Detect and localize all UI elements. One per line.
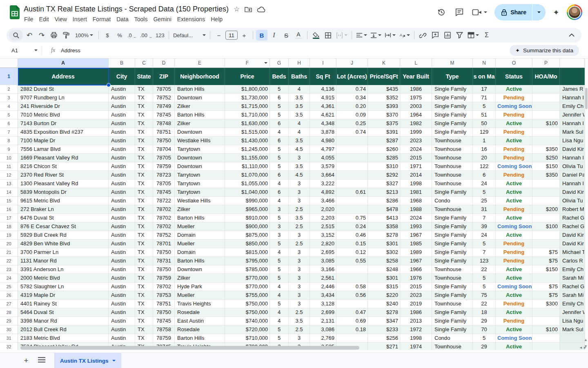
cell[interactable]: Austin (109, 180, 135, 188)
header-cell-year-built[interactable]: Year Built (400, 68, 432, 85)
header-cell-type[interactable]: Type (432, 68, 473, 85)
more-formats-button[interactable]: 123 (154, 30, 166, 40)
cell[interactable]: 5 (270, 214, 289, 222)
cell[interactable]: 1993 (400, 222, 432, 231)
cell[interactable]: Downtown (175, 162, 225, 171)
cell[interactable] (532, 180, 560, 188)
cell[interactable]: 2370 Red River St (18, 171, 109, 180)
cell[interactable]: 5 (473, 102, 496, 111)
cell[interactable]: Rachel G (560, 222, 585, 231)
header-cell-beds[interactable]: Beds (270, 68, 289, 85)
cell[interactable]: TX (135, 257, 153, 265)
cell[interactable]: 78759 (153, 162, 175, 171)
cell[interactable]: $1,710,000 (225, 111, 270, 119)
cell[interactable]: $965,000 (225, 205, 270, 214)
font-size-input[interactable]: 11 (225, 31, 238, 40)
cell[interactable]: 78753 (153, 291, 175, 300)
text-color-button[interactable]: A (293, 30, 304, 40)
cell[interactable]: Active (496, 291, 532, 300)
cell[interactable]: Single Family (432, 257, 473, 265)
cell[interactable]: Austin (109, 325, 135, 334)
cell[interactable]: 2023 (400, 291, 432, 300)
cell[interactable]: 1131 Manor Rd (18, 257, 109, 265)
cell[interactable]: 2015 (400, 154, 432, 162)
cell[interactable]: $271 (368, 343, 400, 350)
cell[interactable]: 4 (289, 119, 310, 128)
cell[interactable]: 22 (473, 300, 496, 308)
cell[interactable]: 3.5 (289, 137, 310, 145)
cell[interactable]: 39 (473, 222, 496, 231)
cell[interactable]: $301 (368, 240, 400, 248)
summarize-data-button[interactable]: ✦ Summarize this data (510, 45, 579, 56)
cell[interactable]: 50 (473, 119, 496, 128)
cell[interactable]: 2013 (400, 317, 432, 325)
cell[interactable]: TX (135, 171, 153, 180)
cell[interactable]: Austin (109, 214, 135, 222)
cell[interactable]: Pending (496, 154, 532, 162)
cell[interactable] (336, 137, 368, 145)
cell[interactable]: TX (135, 214, 153, 222)
cell[interactable] (336, 180, 368, 188)
cell[interactable]: 2,515 (310, 222, 336, 231)
cell[interactable]: Austin (109, 154, 135, 162)
cell[interactable]: Single Family (432, 85, 473, 94)
vertical-align-button[interactable] (369, 30, 383, 40)
gemini-sparkle-icon[interactable]: ✦ (553, 8, 559, 17)
column-header-C[interactable]: C (135, 58, 153, 68)
add-sheet-button[interactable]: + (21, 356, 31, 366)
cell[interactable]: 4 (270, 283, 289, 291)
row-header-7[interactable]: 7 (0, 128, 18, 137)
cell[interactable] (532, 231, 560, 240)
cell[interactable]: 2,695 (310, 248, 336, 257)
column-header-B[interactable]: B (109, 58, 135, 68)
cell[interactable]: 78702 (153, 205, 175, 214)
insert-link-button[interactable] (417, 30, 429, 40)
cell[interactable] (532, 111, 560, 119)
column-header-F[interactable]: F (225, 58, 270, 68)
cell[interactable]: $750,000 (225, 308, 270, 317)
cell[interactable]: 2014 (400, 171, 432, 180)
cell[interactable]: 1967 (400, 257, 432, 265)
row-header-18[interactable]: 18 (0, 222, 18, 231)
cell[interactable]: 3 (270, 222, 289, 231)
column-header-O[interactable]: O (496, 58, 532, 68)
header-cell-zip[interactable]: ZIP (153, 68, 175, 85)
borders-button[interactable] (323, 30, 334, 40)
cell[interactable]: 1964 (400, 111, 432, 119)
share-button[interactable]: Share (494, 4, 546, 20)
cell[interactable]: $350 (532, 171, 560, 180)
scroll-right-arrow[interactable]: ► (583, 346, 587, 350)
cell[interactable]: 2024 (400, 214, 432, 222)
cell[interactable]: 3 (289, 257, 310, 265)
cell[interactable] (336, 197, 368, 205)
cell[interactable]: 1998 (400, 334, 432, 343)
menu-tools[interactable]: Tools (131, 15, 151, 24)
cell[interactable]: Austin (109, 145, 135, 154)
formula-input[interactable]: Address (61, 47, 80, 54)
cell[interactable]: Downtown (175, 128, 225, 137)
cell[interactable]: 3,222 (310, 180, 336, 188)
cell[interactable]: 78750 (153, 265, 175, 274)
cell[interactable]: Austin (109, 257, 135, 265)
cell[interactable]: 16 (473, 145, 496, 154)
cell[interactable]: 1988 (400, 205, 432, 214)
cell[interactable]: 1 (473, 137, 496, 145)
cell[interactable]: $213 (368, 188, 400, 197)
cell[interactable]: $1,715,000 (225, 102, 270, 111)
cell[interactable]: 6 (270, 137, 289, 145)
cell[interactable]: $302 (368, 248, 400, 257)
cell[interactable]: Active (496, 274, 532, 283)
cell[interactable]: 2,131 (310, 317, 336, 325)
cell[interactable]: 0.74 (336, 85, 368, 94)
cell[interactable]: Austin (109, 102, 135, 111)
cell[interactable]: $327 (368, 180, 400, 188)
cell[interactable]: East Austin (175, 317, 225, 325)
cell[interactable]: Austin (109, 283, 135, 291)
cell[interactable]: 3 (289, 154, 310, 162)
cell[interactable]: Olivia Tu (560, 162, 585, 171)
cell[interactable]: Pending (496, 240, 532, 248)
cell[interactable]: $770,000 (225, 274, 270, 283)
cell[interactable]: $1,630,000 (225, 119, 270, 128)
cell[interactable]: $150 (532, 265, 560, 274)
grid-corner[interactable] (0, 58, 18, 68)
